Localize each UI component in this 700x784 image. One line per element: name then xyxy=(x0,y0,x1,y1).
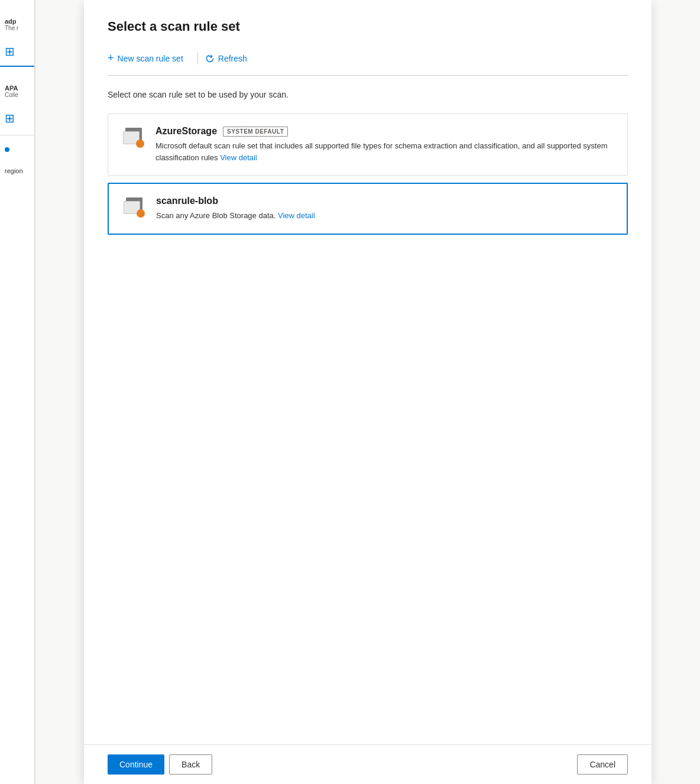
main-content-area: Select a scan rule set + New scan rule s… xyxy=(35,0,700,784)
azure-storage-description: Microsoft default scan rule set that inc… xyxy=(155,140,613,163)
refresh-icon xyxy=(205,54,215,63)
footer-right-actions: Cancel xyxy=(577,754,628,775)
sidebar-item-adp[interactable]: adp The r xyxy=(0,12,34,37)
blob-view-detail-link[interactable]: View detail xyxy=(278,211,315,220)
blob-name: scanrule-blob xyxy=(156,196,218,206)
select-scan-rule-modal: Select a scan rule set + New scan rule s… xyxy=(84,0,652,784)
refresh-label: Refresh xyxy=(218,54,247,63)
grid-icon-2: ⊞ xyxy=(5,112,15,125)
toolbar: + New scan rule set Refresh xyxy=(108,48,628,76)
azure-storage-content: AzureStorage SYSTEM DEFAULT Microsoft de… xyxy=(155,126,613,163)
new-scan-rule-label: New scan rule set xyxy=(118,54,183,63)
partial-sidebar: adp The r ⊞ APA Colle ⊞ region xyxy=(0,0,35,784)
continue-button[interactable]: Continue xyxy=(108,754,164,775)
new-scan-rule-button[interactable]: + New scan rule set xyxy=(108,48,190,68)
footer-left-actions: Continue Back xyxy=(108,754,212,775)
blob-description: Scan any Azure Blob Storage data. View d… xyxy=(156,210,612,222)
toolbar-separator xyxy=(197,53,198,64)
sidebar-apa-subtitle: Colle xyxy=(5,92,30,98)
cancel-button[interactable]: Cancel xyxy=(577,754,628,775)
modal-title: Select a scan rule set xyxy=(108,19,628,34)
azure-storage-view-detail-link[interactable]: View detail xyxy=(220,153,257,162)
sidebar-grid-icon-2[interactable]: ⊞ xyxy=(0,104,34,132)
system-default-badge: SYSTEM DEFAULT xyxy=(223,127,288,137)
modal-overlay: Select a scan rule set + New scan rule s… xyxy=(35,0,700,784)
blob-title-row: scanrule-blob xyxy=(156,196,612,206)
grid-icon-1: ⊞ xyxy=(5,45,15,58)
scan-rule-card-azure-storage[interactable]: AzureStorage SYSTEM DEFAULT Microsoft de… xyxy=(108,114,628,176)
sidebar-apa-title: APA xyxy=(5,85,30,92)
back-button[interactable]: Back xyxy=(169,754,212,775)
sidebar-grid-icon-1[interactable]: ⊞ xyxy=(0,37,34,66)
blob-content: scanrule-blob Scan any Azure Blob Storag… xyxy=(156,196,612,222)
refresh-button[interactable]: Refresh xyxy=(205,50,254,67)
sidebar-item-region[interactable]: region xyxy=(0,161,34,180)
scan-rule-card-blob[interactable]: scanrule-blob Scan any Azure Blob Storag… xyxy=(108,183,628,235)
azure-storage-title-row: AzureStorage SYSTEM DEFAULT xyxy=(155,126,613,137)
modal-body: Select a scan rule set + New scan rule s… xyxy=(84,0,652,744)
plus-icon: + xyxy=(108,52,114,64)
azure-storage-icon xyxy=(122,126,146,150)
sidebar-item-apa[interactable]: APA Colle xyxy=(0,79,34,104)
blob-storage-icon xyxy=(123,196,147,219)
sidebar-region-title: region xyxy=(5,167,30,174)
azure-storage-name: AzureStorage xyxy=(155,126,217,137)
page-description: Select one scan rule set to be used by y… xyxy=(108,90,628,99)
sidebar-adp-title: adp xyxy=(5,18,30,25)
modal-footer: Continue Back Cancel xyxy=(84,744,652,784)
sidebar-adp-subtitle: The r xyxy=(5,25,30,31)
